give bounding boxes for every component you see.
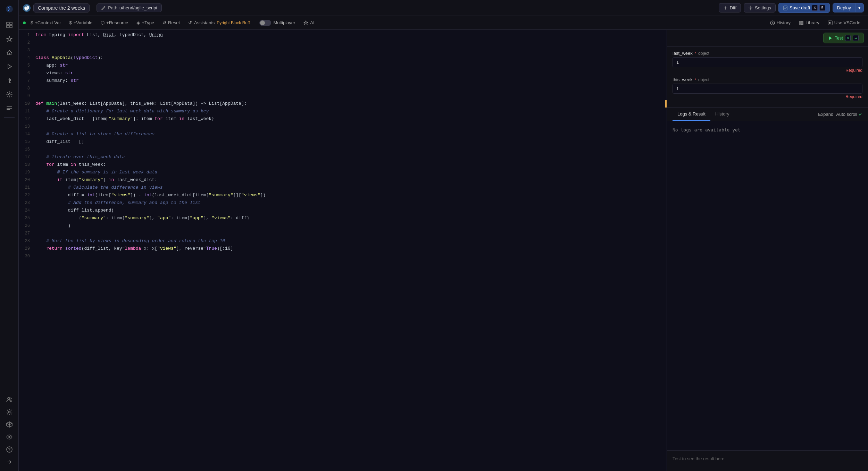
sidebar-item-box[interactable] — [3, 418, 16, 431]
right-panel: Test ⌘ ↵ last_week * object Required — [667, 30, 868, 471]
code-line-30: 30 — [19, 252, 667, 260]
last-week-param-type: object — [698, 51, 709, 56]
svg-point-16 — [23, 4, 31, 12]
type-button[interactable]: ◈ +Type — [133, 19, 158, 27]
svg-rect-8 — [7, 108, 12, 109]
line-content-20: if item["summary"] in last_week_dict: — [35, 176, 667, 184]
history-label: History — [777, 20, 791, 25]
sidebar-item-play[interactable] — [3, 60, 16, 73]
library-icon — [799, 20, 804, 25]
context-var-label: +Context Var — [35, 20, 61, 25]
sidebar-bottom — [3, 393, 16, 468]
context-var-button[interactable]: $ +Context Var — [27, 19, 65, 27]
code-line-29: 29 return sorted(diff_list, key=lambda x… — [19, 245, 667, 252]
library-button[interactable]: Library — [795, 19, 823, 27]
status-indicator — [23, 22, 26, 24]
no-logs-message: No logs are available yet — [673, 127, 741, 132]
param-last-week-label-row: last_week * object — [673, 51, 862, 56]
sidebar-item-settings[interactable] — [3, 88, 16, 101]
line-content-29: return sorted(diff_list, key=lambda x: x… — [35, 245, 667, 252]
deploy-arrow-icon[interactable]: ▾ — [856, 3, 863, 12]
code-container: 1 from typing import List, Dict, TypedDi… — [19, 30, 667, 262]
param-this-week-label-row: this_week * object — [673, 77, 862, 82]
sidebar-item-users[interactable] — [3, 393, 16, 406]
diff-button[interactable]: Diff — [719, 3, 741, 12]
resource-button[interactable]: ⬡ +Resource — [97, 19, 132, 27]
pencil-icon — [101, 6, 106, 10]
line-content-5: app: str — [35, 62, 667, 69]
ai-button[interactable]: AI — [300, 19, 318, 27]
code-line-27: 27 — [19, 230, 667, 237]
line-num-28: 28 — [19, 237, 35, 245]
sidebar-item-help[interactable] — [3, 443, 16, 456]
code-line-21: 21 # Calculate the difference in views — [19, 184, 667, 191]
line-num-25: 25 — [19, 214, 35, 222]
sidebar-logo[interactable] — [3, 3, 16, 15]
code-line-24: 24 diff_list.append( — [19, 207, 667, 214]
line-num-15: 15 — [19, 138, 35, 146]
diff-icon — [723, 6, 728, 10]
test-button[interactable]: Test ⌘ ↵ — [823, 33, 864, 43]
vscode-icon — [828, 20, 833, 25]
test-label: Test — [835, 35, 843, 41]
param-last-week: last_week * object Required — [673, 51, 862, 73]
code-line-2: 2 — [19, 39, 667, 46]
multiplayer-toggle[interactable] — [259, 20, 271, 26]
svg-rect-9 — [7, 109, 10, 110]
svg-point-6 — [8, 94, 10, 95]
sidebar-item-home[interactable] — [3, 46, 16, 59]
sidebar-item-grid[interactable] — [3, 19, 16, 31]
assistants-button[interactable]: ↺ Assistants Pyright Black Ruff — [185, 19, 253, 27]
sidebar-item-arrow-right[interactable] — [3, 456, 16, 468]
expand-button[interactable]: Expand — [818, 112, 833, 117]
result-placeholder: Test to see the result here — [673, 456, 725, 461]
reset-button[interactable]: ↺ Reset — [159, 19, 183, 27]
line-num-20: 20 — [19, 176, 35, 184]
history-tab[interactable]: History — [710, 108, 734, 121]
nav-title[interactable]: Compare the 2 weeks — [33, 3, 90, 12]
vscode-label: Use VSCode — [834, 20, 860, 25]
editor-area[interactable]: 1 from typing import List, Dict, TypedDi… — [19, 30, 667, 471]
code-line-25: 25 {"summary": item["summary"], "app": i… — [19, 214, 667, 222]
line-content-10: def main(last_week: List[AppData], this_… — [35, 100, 667, 108]
save-draft-button[interactable]: Save draft ⌘ S — [778, 3, 830, 13]
line-content-28: # Sort the list by views in descending o… — [35, 237, 667, 245]
svg-rect-1 — [7, 22, 9, 25]
test-kbd1: ⌘ — [845, 35, 851, 41]
navbar: Compare the 2 weeks Path u/henri/agile_s… — [19, 0, 868, 16]
params-section: last_week * object Required this_week * … — [667, 46, 868, 108]
last-week-input[interactable] — [673, 57, 862, 67]
line-num-14: 14 — [19, 130, 35, 138]
sidebar-item-gear[interactable] — [3, 406, 16, 418]
sidebar-item-star[interactable] — [3, 33, 16, 45]
svg-rect-2 — [10, 22, 12, 25]
variable-button[interactable]: $ +Variable — [66, 19, 96, 27]
content-area: 1 from typing import List, Dict, TypedDi… — [19, 30, 868, 471]
dollar-icon-var: $ — [69, 20, 72, 25]
svg-point-13 — [9, 436, 10, 438]
dollar-icon-context: $ — [31, 20, 33, 25]
history-icon — [770, 20, 775, 25]
resource-label: +Resource — [106, 20, 128, 25]
sidebar-item-list[interactable] — [3, 102, 16, 114]
last-week-required-text: Required — [673, 68, 862, 73]
line-num-13: 13 — [19, 123, 35, 130]
deploy-button[interactable]: Deploy ▾ — [833, 3, 864, 12]
python-logo-icon — [23, 4, 31, 12]
sidebar-item-dollar[interactable] — [3, 74, 16, 87]
history-button[interactable]: History — [767, 19, 794, 27]
sidebar-divider — [4, 117, 15, 118]
code-line-4: 4 class AppData(TypedDict): — [19, 54, 667, 62]
code-line-19: 19 # If the summary is in last_week data — [19, 169, 667, 176]
nav-path-area[interactable]: Path u/henri/agile_script — [97, 3, 162, 12]
this-week-input[interactable] — [673, 84, 862, 94]
code-line-15: 15 diff_list = [] — [19, 138, 667, 146]
vscode-button[interactable]: Use VSCode — [824, 19, 864, 27]
line-num-8: 8 — [19, 85, 35, 92]
logs-result-tab[interactable]: Logs & Result — [673, 108, 710, 121]
sidebar-item-eye[interactable] — [3, 431, 16, 443]
svg-point-17 — [750, 7, 751, 9]
code-line-23: 23 # Add the difference, summary and app… — [19, 199, 667, 207]
line-num-23: 23 — [19, 199, 35, 207]
settings-button[interactable]: Settings — [744, 3, 776, 12]
